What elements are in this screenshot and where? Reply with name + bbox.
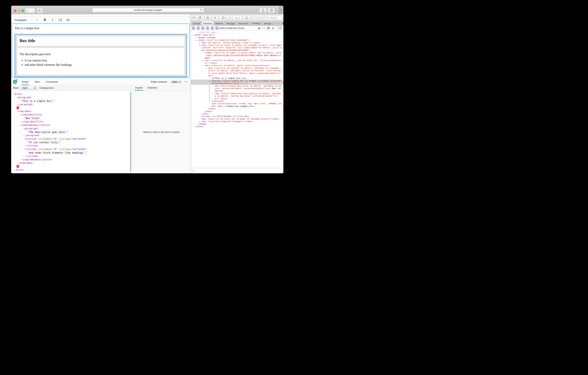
breadcrumb-current[interactable]: section.simple-box.ck-wid… xyxy=(219,27,246,29)
tab-model[interactable]: Model xyxy=(21,78,29,85)
model-tree-node[interactable]: <simpleBoxTitle> xyxy=(11,113,132,116)
dom-tree-node[interactable]: ▶<head>…</head> xyxy=(191,36,284,39)
model-tree-node[interactable]: "The description goes here." xyxy=(11,130,132,134)
element-crumb[interactable]: E xyxy=(201,27,204,30)
expanded-triangle-icon[interactable]: ▼ xyxy=(199,44,200,47)
dock-bottom-button[interactable] xyxy=(204,16,211,20)
simple-box-description[interactable]: The description goes here. It can contai… xyxy=(17,48,184,75)
element-crumb[interactable]: E xyxy=(206,27,209,30)
sidebar-button[interactable] xyxy=(37,8,43,13)
element-crumb[interactable]: E xyxy=(192,27,195,30)
model-tree-node[interactable]: <$root> xyxy=(11,92,132,96)
tab-storage[interactable]: Storage xyxy=(262,21,273,26)
model-tree-node[interactable]: ] xyxy=(11,165,132,168)
element-crumb[interactable]: E xyxy=(211,27,213,30)
simple-box-title[interactable]: Box title xyxy=(17,36,184,46)
dom-tree-node[interactable]: <!DOCTYPE html> xyxy=(191,31,284,34)
devtools-settings-button[interactable] xyxy=(281,21,284,26)
devtools-search-field[interactable]: ▾ Search xyxy=(265,16,282,20)
dom-tree-node[interactable]: </body> xyxy=(191,123,284,125)
dom-tree-node[interactable]: ▼<div class="ck ck-editor__main" role="p… xyxy=(191,64,284,67)
dom-tree-node[interactable]: ▶<div class="simple-box-description ck-e… xyxy=(191,92,284,100)
model-tree-node[interactable]: "Box title" xyxy=(11,116,132,120)
tab-resources[interactable]: Resources xyxy=(237,21,250,26)
forward-button[interactable]: › xyxy=(30,8,35,13)
dom-tree-node[interactable]: ▼<div class="ck ck-content ck-editor__ed… xyxy=(191,67,284,77)
tab-console[interactable]: Console xyxy=(191,21,202,26)
tab-inspect[interactable]: Inspect xyxy=(135,87,143,91)
quick-console[interactable]: > xyxy=(191,168,284,173)
model-tree-node[interactable]: "and other block elements like headings.… xyxy=(11,151,132,154)
model-tree-node[interactable]: "It can contain lists," xyxy=(11,141,132,144)
editor-editable-area[interactable]: This is a simple box: Box title The desc… xyxy=(12,23,190,77)
model-tree-node[interactable]: <listItem listIndent="0" listType="bulle… xyxy=(11,137,132,141)
close-devtools-button[interactable]: ✕ xyxy=(192,16,196,19)
dom-tree-node[interactable]: ▶<div id="editor" style="display: none;"… xyxy=(191,42,284,44)
paragraph-dropdown[interactable]: Paragraph ▾ xyxy=(15,19,37,22)
tab-network[interactable]: Network xyxy=(214,21,224,26)
dom-tree-node[interactable]: </section> xyxy=(191,100,284,102)
tab-view[interactable]: View xyxy=(34,78,40,85)
element-picker-button[interactable] xyxy=(243,16,250,20)
element-crumb[interactable]: E xyxy=(197,27,200,30)
model-tree-node[interactable]: </simpleBox> xyxy=(11,161,132,165)
print-icon[interactable] xyxy=(258,27,261,29)
tab-timelines[interactable]: Timelines xyxy=(250,21,262,26)
model-tree-node[interactable]: [ xyxy=(11,106,132,110)
dom-tree-node[interactable]: ▼<html lang="en"> xyxy=(191,34,284,36)
dom-tree-node[interactable]: <label class="ck ck-label ck-voice-label… xyxy=(191,52,284,59)
model-tree-node[interactable]: </simpleBoxDescription> xyxy=(11,158,132,161)
dom-tree-node[interactable]: ▼<div class="ck ck-reset ck-editor ck-ro… xyxy=(191,44,284,52)
dom-tree-node[interactable]: <h1 class="simple-box-title ck-editor__e… xyxy=(191,85,284,92)
share-button[interactable] xyxy=(260,8,266,13)
tab-selection[interactable]: Selection xyxy=(147,87,158,91)
bulleted-list-button[interactable] xyxy=(65,17,71,22)
list-item[interactable]: and other block elements like headings. xyxy=(25,63,182,66)
dom-tree-node[interactable]: </div> xyxy=(191,108,284,110)
model-tree-node[interactable]: </listItem> xyxy=(11,154,132,158)
styles-brush-icon[interactable] xyxy=(272,27,274,29)
dom-tree-node[interactable]: ▼<section class="simple-box ck-widget ck… xyxy=(191,80,284,85)
model-tree-node[interactable]: <paragraph> xyxy=(11,96,132,99)
minimize-window-button[interactable] xyxy=(18,10,20,12)
element-crumb[interactable]: E xyxy=(216,27,218,30)
list-item[interactable]: It can contain lists, xyxy=(25,59,182,62)
dom-tree-node[interactable]: <script src="dist/bundle.js"></script> xyxy=(191,115,284,118)
model-tree-node[interactable]: </listItem> xyxy=(11,144,132,147)
reload-icon[interactable]: ↻ xyxy=(200,8,202,11)
model-tree-node[interactable]: </paragraph> xyxy=(11,103,132,106)
tab-overview-button[interactable] xyxy=(268,8,275,13)
zoom-window-button[interactable] xyxy=(21,10,24,12)
detach-devtools-button[interactable] xyxy=(197,16,203,20)
dom-tree-node[interactable]: ▶<div class="ck ck-editor__top ck-reset_… xyxy=(191,59,284,64)
details-sidebar-icon[interactable] xyxy=(278,27,281,29)
intro-paragraph[interactable]: This is a simple box: xyxy=(15,27,187,30)
dom-tree-node[interactable]: <div style="position: fixed; top: 0px; l… xyxy=(191,102,284,108)
model-tree-node[interactable]: <listItem listIndent="0" listType="bulle… xyxy=(11,147,132,151)
close-window-button[interactable] xyxy=(14,10,16,12)
editor-instance-select[interactable]: editor xyxy=(170,80,181,84)
collapsed-triangle-icon[interactable]: ▶ xyxy=(202,60,203,62)
description-text[interactable]: The description goes here. xyxy=(20,53,182,56)
dom-tree-node[interactable]: <div class="ck ck-reset_all ck-body ck-r… xyxy=(191,118,284,120)
model-tree-node[interactable]: </paragraph> xyxy=(11,134,132,137)
expanded-triangle-icon[interactable]: ▼ xyxy=(209,80,210,82)
new-tab-button[interactable]: + xyxy=(279,6,284,14)
bold-button[interactable]: B xyxy=(42,17,48,22)
tab-overflow-button[interactable]: » xyxy=(273,21,277,26)
dom-tree-node[interactable]: </html> xyxy=(191,125,284,128)
address-bar[interactable]: localhost/creating-a-plugin/ ↻ xyxy=(92,8,204,12)
dom-tree-node[interactable]: </div> xyxy=(191,113,284,115)
activity-summary[interactable]: 4 0 xyxy=(220,16,242,20)
dom-tree-node[interactable]: </div> xyxy=(191,110,284,113)
italic-button[interactable]: I xyxy=(49,17,55,22)
model-tree-node[interactable]: "This is a simple box:" xyxy=(11,99,132,103)
add-tab-button[interactable]: + xyxy=(277,21,281,26)
model-tree-scrollbar[interactable] xyxy=(130,92,131,172)
tab-commands[interactable]: Commands xyxy=(45,78,58,85)
collapse-inspector-icon[interactable] xyxy=(184,81,188,83)
box-title-text[interactable]: Box title xyxy=(20,38,182,43)
model-tree-node[interactable]: <paragraph> xyxy=(11,127,132,130)
tab-debugger[interactable]: Debugger xyxy=(225,21,237,26)
dom-tree-node[interactable]: ▼<body class="ck-inspector-body-expanded… xyxy=(191,39,284,41)
